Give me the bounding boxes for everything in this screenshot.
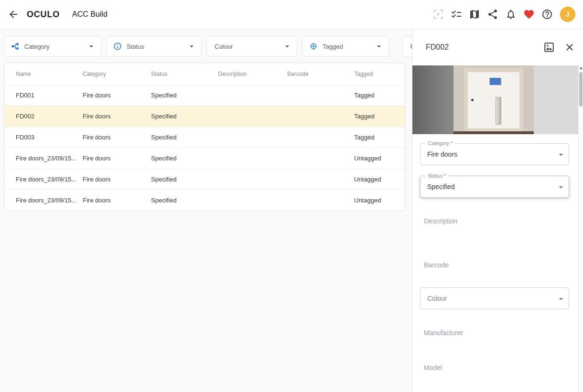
checklist-icon [451,9,462,20]
notice-sign [490,78,501,85]
cell-status: Specified [151,197,218,204]
view-photos-button[interactable] [540,39,558,56]
cell-tagged: Tagged [354,113,405,120]
heart-icon [523,9,535,20]
cell-category: Fire doors [83,92,151,99]
checklist-button[interactable] [448,6,465,23]
app-root: OCULO ACC Build [0,0,583,392]
status-select[interactable]: Status * Specified [420,176,569,198]
chevron-down-icon [556,150,566,159]
filter-chip-partial[interactable] [402,36,412,57]
top-bar: OCULO ACC Build [0,0,583,29]
target-icon [309,42,318,51]
category-value: Fire doors [427,150,457,158]
manufacturer-field[interactable]: Manufacturer [424,329,463,337]
filter-chip-label: Colour [215,43,233,50]
close-icon [564,42,575,53]
door-peephole [471,99,474,101]
cell-name: Fire doors_23/09/15... [16,176,79,183]
asset-table: Name Category Status Description Barcode… [4,63,405,211]
column-header-status[interactable]: Status [151,71,218,77]
column-header-category[interactable]: Category [83,71,151,77]
close-panel-button[interactable] [561,39,578,56]
cell-category: Fire doors [83,197,151,204]
category-tree-icon [11,42,20,51]
map-button[interactable] [466,6,483,23]
share-icon [487,9,498,20]
scan-viewfinder-icon [432,9,444,20]
favourites-button[interactable] [520,6,538,23]
cell-tagged: Tagged [354,134,405,141]
chevron-down-icon [86,42,96,51]
scrollbar-thumb[interactable] [579,72,583,106]
category-select[interactable]: Category * Fire doors [420,143,569,165]
description-field[interactable]: Description [424,217,457,225]
cell-name: Fire doors_23/09/15... [16,155,79,162]
notifications-button[interactable] [502,6,519,23]
door-kick-plate [496,97,501,125]
back-button[interactable] [4,5,23,24]
filter-chip-label: Category [24,43,50,50]
info-icon [113,42,122,51]
oculo-logo: OCULO [27,10,60,20]
column-header-barcode[interactable]: Barcode [287,71,354,77]
cell-tagged: Tagged [354,92,405,99]
table-row[interactable]: Fire doors_23/09/15... Fire doors Specif… [4,148,405,169]
table-row[interactable]: FD001 Fire doors Specified Tagged [4,85,405,106]
cell-status: Specified [151,92,218,99]
column-header-name[interactable]: Name [16,71,83,77]
filter-chip-category[interactable]: Category [4,36,101,57]
table-row[interactable]: Fire doors_23/09/15... Fire doors Specif… [4,169,405,190]
page-title: ACC Build [72,10,108,19]
filter-chip-status[interactable]: Status [106,36,202,57]
cell-name: FD001 [16,92,79,99]
status-value: Specified [427,183,455,191]
chevron-down-icon [556,182,566,192]
user-avatar[interactable]: J [560,7,575,22]
map-icon [469,9,480,20]
asset-photo[interactable] [412,65,579,134]
status-label: Status * [425,173,449,179]
table-row[interactable]: Fire doors_23/09/15... Fire doors Specif… [4,190,405,211]
table-header-row: Name Category Status Description Barcode… [4,63,405,85]
table-row-selected[interactable]: FD002 Fire doors Specified Tagged [4,106,405,127]
back-arrow-icon [8,9,19,20]
chevron-down-icon [187,42,196,51]
floor [453,131,534,134]
cell-status: Specified [151,113,218,120]
cell-category: Fire doors [83,134,151,141]
chevron-down-icon [282,42,292,51]
cell-status: Specified [151,134,218,141]
barcode-field[interactable]: Barcode [424,261,449,269]
cell-status: Specified [151,176,218,183]
colour-label: Colour [427,295,447,302]
cell-name: FD003 [16,134,79,141]
filter-chip-tagged[interactable]: Tagged [302,36,389,57]
detail-panel: FD002 [412,29,583,392]
scan-button[interactable] [430,6,447,23]
colour-select[interactable]: Colour [420,287,569,309]
column-header-tagged[interactable]: Tagged [354,71,405,77]
model-field[interactable]: Model [424,364,442,371]
filter-chip-label: Status [127,43,144,50]
door-frame [464,68,523,131]
column-header-description[interactable]: Description [218,71,287,77]
panel-scrollbar[interactable] [578,65,583,392]
fire-door-image [453,65,534,134]
filter-bar: Category Status Colour [4,36,412,57]
share-button[interactable] [484,6,501,23]
detail-panel-header: FD002 [412,29,583,65]
help-button[interactable] [539,6,556,23]
filter-chip-colour[interactable]: Colour [206,36,297,57]
table-row[interactable]: FD003 Fire doors Specified Tagged [4,127,405,148]
cell-name: Fire doors_23/09/15... [16,197,79,204]
image-icon [543,42,555,53]
cell-category: Fire doors [83,155,151,162]
cell-category: Fire doors [83,176,151,183]
category-label: Category * [425,140,455,146]
scrollbar-up-arrow-icon[interactable] [580,67,583,69]
chevron-down-icon [556,294,566,304]
asset-list-area: Category Status Colour [0,29,412,392]
photo-wall-shadow [412,65,453,134]
cell-tagged: Untagged [354,197,405,204]
